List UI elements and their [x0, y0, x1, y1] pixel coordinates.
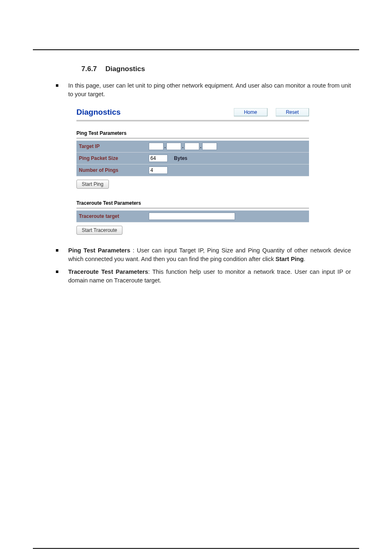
note-ping: Ping Test Parameters : User can input Ta…	[56, 246, 351, 264]
traceroute-section-heading: Traceroute Test Parameters	[76, 200, 309, 209]
ping-section-heading: Ping Test Parameters	[76, 130, 309, 139]
ping-form: Target IP ... Ping Packet Size Bytes Num…	[76, 141, 309, 176]
section-heading: 7.6.7 Diagnostics	[81, 65, 359, 73]
notes-block: Ping Test Parameters : User can input Ta…	[56, 246, 351, 285]
target-ip-label: Target IP	[76, 141, 146, 153]
reset-button[interactable]: Reset	[276, 108, 309, 116]
top-rule	[33, 49, 359, 50]
bullet-icon	[56, 249, 58, 252]
target-ip-c[interactable]	[184, 143, 199, 150]
num-pings-label: Number of Pings	[76, 164, 146, 176]
page: 7.6.7 Diagnostics In this page, user can…	[0, 0, 392, 555]
packet-size-label: Ping Packet Size	[76, 153, 146, 164]
packet-size-input[interactable]	[149, 155, 168, 162]
row-target-ip: Target IP ...	[76, 141, 309, 153]
note-ping-text: Ping Test Parameters : User can input Ta…	[68, 246, 351, 264]
bullet-icon	[56, 84, 58, 87]
bullet-icon	[56, 271, 58, 273]
note-traceroute-text: Traceroute Test Parameters: This functio…	[68, 268, 351, 285]
dot-icon: .	[181, 143, 184, 149]
traceroute-target-input[interactable]	[149, 213, 235, 220]
start-traceroute-button[interactable]: Start Traceroute	[76, 226, 122, 235]
note-ping-end: .	[304, 256, 305, 262]
target-ip-b[interactable]	[166, 143, 181, 150]
note-traceroute: Traceroute Test Parameters: This functio…	[56, 268, 351, 285]
section-number: 7.6.7	[81, 65, 97, 73]
diagnostics-panel: Diagnostics Home Reset Ping Test Paramet…	[76, 106, 309, 236]
traceroute-target-cell	[146, 210, 309, 222]
note-ping-bold: Ping Test Parameters	[68, 247, 130, 254]
section-title: Diagnostics	[106, 65, 145, 73]
intro-text: In this page, user can let unit to ping …	[68, 81, 351, 99]
row-traceroute-target: Traceroute target	[76, 210, 309, 222]
panel-buttons: Home Reset	[234, 108, 309, 116]
target-ip-a[interactable]	[149, 143, 164, 150]
num-pings-cell	[146, 164, 309, 176]
home-button[interactable]: Home	[234, 108, 267, 116]
traceroute-target-label: Traceroute target	[76, 210, 146, 222]
num-pings-input[interactable]	[149, 166, 168, 174]
row-packet-size: Ping Packet Size Bytes	[76, 153, 309, 164]
traceroute-form: Traceroute target	[76, 210, 309, 222]
bottom-rule	[33, 548, 359, 549]
target-ip-d[interactable]	[202, 143, 217, 150]
intro-item: In this page, user can let unit to ping …	[56, 81, 351, 99]
row-num-pings: Number of Pings	[76, 164, 309, 176]
target-ip-cell: ...	[146, 141, 309, 153]
diagnostics-panel-wrap: Diagnostics Home Reset Ping Test Paramet…	[76, 106, 359, 236]
intro-block: In this page, user can let unit to ping …	[56, 81, 351, 99]
note-traceroute-bold: Traceroute Test Parameters	[68, 268, 148, 275]
dot-icon: .	[164, 143, 166, 149]
panel-title: Diagnostics	[76, 108, 121, 117]
dot-icon: .	[199, 143, 202, 149]
packet-size-unit: Bytes	[174, 155, 187, 161]
panel-header: Diagnostics Home Reset	[76, 106, 309, 121]
start-ping-button[interactable]: Start Ping	[76, 180, 109, 189]
packet-size-cell: Bytes	[146, 153, 309, 164]
note-ping-bold2: Start Ping	[276, 256, 304, 262]
